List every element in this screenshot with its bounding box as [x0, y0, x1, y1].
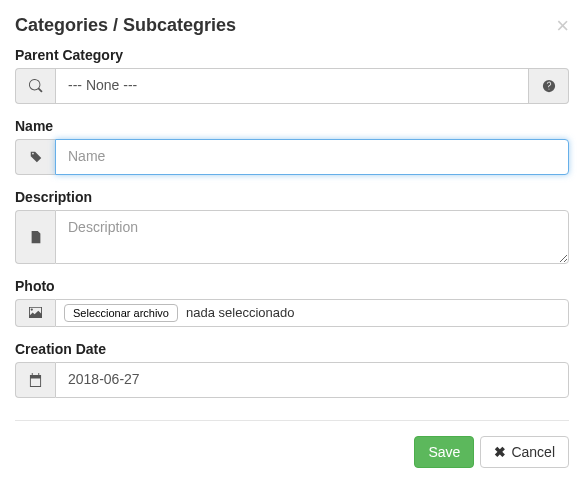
photo-file-control[interactable]: Seleccionar archivo nada seleccionado [55, 299, 569, 327]
cancel-label: Cancel [511, 444, 555, 460]
name-input[interactable] [55, 139, 569, 175]
calendar-icon [15, 362, 55, 398]
name-label: Name [15, 118, 569, 134]
close-icon: × [556, 13, 569, 38]
parent-category-input[interactable] [55, 68, 529, 104]
creation-date-label: Creation Date [15, 341, 569, 357]
search-icon[interactable] [15, 68, 55, 104]
photo-label: Photo [15, 278, 569, 294]
cancel-button[interactable]: ✖ Cancel [480, 436, 569, 468]
creation-date-input[interactable] [55, 362, 569, 398]
parent-category-label: Parent Category [15, 47, 569, 63]
image-icon [15, 299, 55, 327]
description-label: Description [15, 189, 569, 205]
save-button[interactable]: Save [414, 436, 474, 468]
tag-icon [15, 139, 55, 175]
help-icon[interactable] [529, 68, 569, 104]
close-button[interactable]: × [556, 15, 569, 37]
document-icon [15, 210, 55, 264]
modal-title: Categories / Subcategries [15, 15, 236, 36]
file-select-button[interactable]: Seleccionar archivo [64, 304, 178, 322]
description-textarea[interactable] [55, 210, 569, 264]
cancel-x-icon: ✖ [494, 444, 506, 460]
file-status-text: nada seleccionado [186, 305, 294, 320]
